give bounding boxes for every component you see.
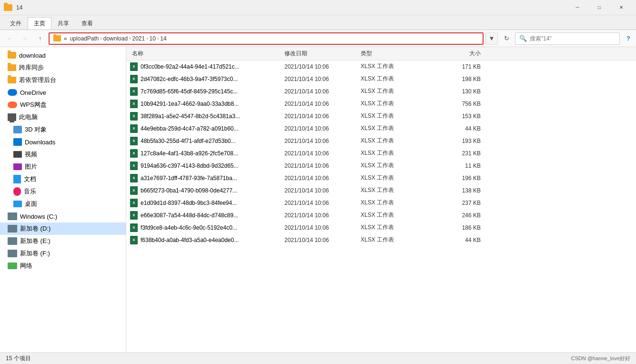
table-row[interactable]: X0f3cc0be-92a2-44a4-94e1-417d521c...2021… [126, 61, 636, 73]
status-bar: 15 个项目 CSDN @hanne_love好好 [0, 352, 636, 364]
xlsx-icon: X [130, 174, 138, 182]
sidebar-label-desktop: 桌面 [25, 200, 37, 208]
xlsx-icon: X [130, 75, 138, 83]
xlsx-icon: X [130, 62, 138, 71]
file-name-cell: Xe66e3087-7a54-448d-84dc-d748c89... [130, 211, 283, 220]
table-row[interactable]: Xe1d09d1d-8397-48db-9bc3-84fee94...2021/… [126, 197, 636, 209]
sidebar-item-wps[interactable]: WPS网盘 [0, 99, 126, 111]
file-date: 2021/10/14 10:06 [283, 200, 359, 206]
music-icon [13, 187, 21, 196]
xlsx-icon: X [130, 236, 138, 244]
path-segment-1: uploadPath [70, 35, 99, 42]
file-name-cell: X44e9ebba-259d-4c47-a782-a091b60... [130, 124, 283, 133]
file-date: 2021/10/14 10:06 [283, 101, 359, 107]
file-date: 2021/10/14 10:06 [283, 138, 359, 144]
pc-icon [8, 113, 16, 121]
table-row[interactable]: Xf3fd9ce8-a4eb-4c6c-9e0c-5192e4c0...2021… [126, 222, 636, 234]
table-row[interactable]: X48b5fa30-255d-4f71-afdf-e27d53b0...2021… [126, 135, 636, 147]
col-header-type[interactable]: 类型 [359, 50, 435, 58]
path-segment-4: 10 [150, 35, 156, 42]
sidebar-item-drived[interactable]: 新加卷 (D:) [0, 222, 126, 235]
sidebar-item-images[interactable]: 图片 [0, 161, 126, 173]
table-row[interactable]: Xb665f273-0ba1-4790-b098-0de4277...2021/… [126, 184, 636, 197]
drive-icon [8, 250, 17, 257]
minimize-button[interactable]: ─ [566, 0, 588, 15]
table-row[interactable]: Xa31e7697-1dff-4787-93fe-7a5871ba...2021… [126, 172, 636, 184]
tab-view[interactable]: 查看 [75, 17, 99, 30]
file-name-text: 44e9ebba-259d-4c47-a782-a091b60... [141, 125, 239, 132]
sidebar-item-ruoyi[interactable]: 若依管理后台 [0, 74, 126, 86]
sidebar-label-music: 音乐 [24, 187, 36, 196]
sidebar-item-onedrive[interactable]: OneDrive [0, 86, 126, 99]
sidebar-item-download[interactable]: download [0, 49, 126, 61]
back-button[interactable]: ← [3, 32, 16, 45]
sidebar-item-docs[interactable]: 文档 [0, 173, 126, 185]
sidebar-item-network[interactable]: 网络 [0, 260, 126, 272]
table-row[interactable]: Xe66e3087-7a54-448d-84dc-d748c89...2021/… [126, 209, 636, 222]
col-header-name[interactable]: 名称 [130, 50, 283, 58]
file-name-cell: X2d47082c-edfc-46b3-9a47-3f5973c0... [130, 75, 283, 83]
file-name-text: e66e3087-7a54-448d-84dc-d748c89... [141, 212, 238, 219]
file-size: 44 KB [435, 125, 483, 132]
file-type: XLSX 工作表 [359, 223, 435, 232]
table-row[interactable]: X9194a636-c397-4143-8dbd-9d32d65...2021/… [126, 160, 636, 172]
sidebar-item-drivee[interactable]: 新加卷 (E:) [0, 235, 126, 247]
help-button[interactable]: ? [624, 34, 633, 43]
table-row[interactable]: X7c769d85-65f6-45df-8459-295c145c...2021… [126, 85, 636, 98]
sidebar-item-desktop[interactable]: 桌面 [0, 198, 126, 210]
file-size: 153 KB [435, 113, 483, 120]
sidebar-item-video[interactable]: 视频 [0, 148, 126, 161]
file-name-text: 9194a636-c397-4143-8dbd-9d32d65... [141, 162, 239, 169]
file-size: 237 KB [435, 200, 483, 206]
col-header-size[interactable]: 大小 [435, 50, 483, 58]
address-path[interactable]: « uploadPath › download › 2021 › 10 › 14 [49, 32, 484, 45]
drive-icon [8, 212, 17, 220]
sidebar-label-onedrive: OneDrive [20, 89, 46, 96]
maximize-button[interactable]: □ [588, 0, 610, 15]
table-row[interactable]: X38f289a1-a5e2-4547-8b2d-5c4381a3...2021… [126, 110, 636, 122]
file-size: 171 KB [435, 63, 483, 70]
file-name-text: f638b40d-a0ab-4fd3-a5a0-e4ea0de0... [141, 237, 239, 243]
refresh-button[interactable]: ↻ [500, 32, 513, 45]
tab-share[interactable]: 共享 [51, 17, 75, 30]
sidebar-item-thispc[interactable]: 此电脑 [0, 111, 126, 123]
sidebar-label-docs: 文档 [24, 175, 36, 183]
search-box[interactable]: 🔍 [515, 32, 620, 45]
table-row[interactable]: Xf638b40d-a0ab-4fd3-a5a0-e4ea0de0...2021… [126, 234, 636, 246]
table-row[interactable]: X10b94291-1ea7-4662-9aa0-33a3db8...2021/… [126, 98, 636, 110]
doc-icon [13, 175, 21, 183]
file-size: 231 KB [435, 150, 483, 157]
file-type: XLSX 工作表 [359, 186, 435, 194]
file-name-text: e1d09d1d-8397-48db-9bc3-84fee94... [141, 200, 237, 206]
sidebar-item-downloads[interactable]: Downloads [0, 136, 126, 148]
sidebar-item-drivef[interactable]: 新加卷 (F:) [0, 247, 126, 260]
col-header-date[interactable]: 修改日期 [283, 50, 359, 58]
forward-button[interactable]: → [18, 32, 31, 45]
xlsx-icon: X [130, 112, 138, 121]
up-button[interactable]: ↑ [33, 32, 47, 45]
address-dropdown[interactable]: ▼ [485, 32, 498, 45]
drive-icon [8, 237, 17, 245]
close-button[interactable]: ✕ [610, 0, 632, 15]
file-type: XLSX 工作表 [359, 162, 435, 170]
sidebar-item-3d[interactable]: 3D 对象 [0, 123, 126, 136]
table-row[interactable]: X44e9ebba-259d-4c47-a782-a091b60...2021/… [126, 122, 636, 135]
sidebar-item-music[interactable]: 音乐 [0, 185, 126, 198]
file-date: 2021/10/14 10:06 [283, 187, 359, 194]
file-name-text: 127c8a4e-4af1-43b8-a926-2fc5e708... [141, 150, 238, 157]
table-row[interactable]: X2d47082c-edfc-46b3-9a47-3f5973c0...2021… [126, 73, 636, 85]
path-segment-3: 2021 [132, 35, 145, 42]
file-area: 名称 修改日期 类型 大小 X0f3cc0be-92a2-44a4-94e1-4… [126, 47, 636, 352]
credit-text: CSDN @hanne_love好好 [571, 355, 630, 362]
table-row[interactable]: X127c8a4e-4af1-43b8-a926-2fc5e708...2021… [126, 147, 636, 160]
file-size: 44 KB [435, 237, 483, 243]
tab-home[interactable]: 主页 [28, 17, 51, 30]
sidebar-item-winc[interactable]: Windows (C:) [0, 210, 126, 222]
file-name-cell: X0f3cc0be-92a2-44a4-94e1-417d521c... [130, 62, 283, 71]
search-input[interactable] [530, 35, 616, 42]
file-name-cell: Xa31e7697-1dff-4787-93fe-7a5871ba... [130, 174, 283, 182]
file-type: XLSX 工作表 [359, 87, 435, 95]
sidebar-item-kuaku[interactable]: 跨库同步 [0, 61, 126, 74]
xlsx-icon: X [130, 211, 138, 220]
tab-file[interactable]: 文件 [4, 17, 28, 30]
